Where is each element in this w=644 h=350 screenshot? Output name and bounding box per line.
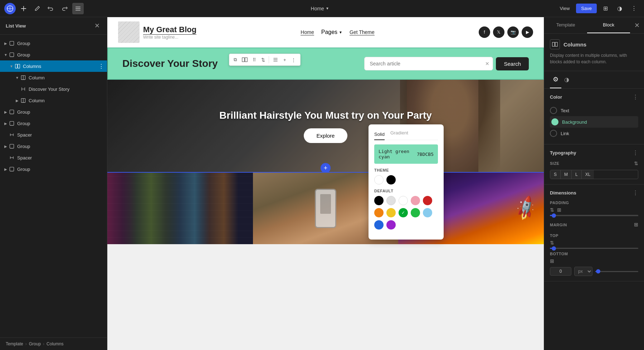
explore-button[interactable]: Explore xyxy=(304,128,348,143)
padding-slider-thumb[interactable] xyxy=(552,213,556,218)
block-more-button[interactable]: ⋮ xyxy=(289,56,298,64)
swatch-yellow[interactable] xyxy=(386,208,396,217)
contrast-button[interactable]: ◑ xyxy=(614,3,625,14)
item-options-button[interactable]: ⋮ xyxy=(98,63,104,70)
size-m-button[interactable]: M xyxy=(561,170,572,179)
swatch-green-bright[interactable] xyxy=(411,208,420,217)
tree-label: Group xyxy=(17,109,104,115)
tab-block[interactable]: Block xyxy=(587,17,630,33)
block-columns-button[interactable] xyxy=(240,55,250,64)
blog-tagline: Write site tagline... xyxy=(143,35,196,40)
breadcrumb-group[interactable]: Group xyxy=(29,341,41,346)
color-options-button[interactable]: ⋮ xyxy=(633,94,638,100)
padding-reset-button[interactable]: ⇅ xyxy=(550,207,554,213)
tree-item-group3[interactable]: ▶ Group xyxy=(0,106,107,118)
size-s-button[interactable]: S xyxy=(550,170,561,179)
swatch-red[interactable] xyxy=(423,196,432,205)
block-add-button[interactable]: + xyxy=(281,56,288,64)
swatch-orange[interactable] xyxy=(374,208,384,217)
nav-home[interactable]: Home xyxy=(301,29,314,35)
instagram-icon[interactable]: 📷 xyxy=(507,26,519,38)
breadcrumb-columns[interactable]: Columns xyxy=(47,341,63,346)
settings-gear-tab[interactable]: ⚙ xyxy=(550,71,561,88)
swatch-black[interactable] xyxy=(386,175,396,184)
bottom-slider-thumb[interactable] xyxy=(596,269,600,273)
facebook-icon[interactable]: f xyxy=(479,26,490,38)
solid-tab[interactable]: Solid xyxy=(374,130,385,140)
layout-icon-button[interactable]: ⊞ xyxy=(600,3,611,14)
bottom-value-input[interactable] xyxy=(550,267,571,276)
search-article-input[interactable] xyxy=(364,57,493,70)
tree-item-columns[interactable]: ▼ Columns ⋮ xyxy=(0,60,107,72)
nav-pages[interactable]: Pages ▼ xyxy=(321,29,342,35)
main-area: List View ✕ ▶ Group ▼ Group xyxy=(0,17,644,350)
tree-item-spacer1[interactable]: Spacer xyxy=(0,129,107,141)
bottom-slider[interactable] xyxy=(595,271,638,272)
tree-item-column2[interactable]: ▶ Column xyxy=(0,95,107,106)
add-block-between-button[interactable]: + xyxy=(321,163,331,173)
tree-item-group5[interactable]: ▶ Group xyxy=(0,141,107,152)
youtube-icon[interactable]: ▶ xyxy=(522,26,533,38)
undo-button[interactable] xyxy=(45,3,57,14)
tree-item-group4[interactable]: ▶ Group xyxy=(0,118,107,129)
swatch-purple[interactable] xyxy=(386,220,396,230)
search-submit-button[interactable]: Search xyxy=(496,57,529,70)
tree-item-column1[interactable]: ▼ Column xyxy=(0,72,107,83)
color-row-link[interactable]: Link xyxy=(550,128,638,139)
color-row-text[interactable]: Text xyxy=(550,105,638,116)
margin-link-button[interactable]: ⊞ xyxy=(634,222,638,227)
swatch-blue[interactable] xyxy=(374,220,384,230)
list-view-button[interactable] xyxy=(72,3,84,14)
padding-link-button[interactable]: ⊞ xyxy=(557,207,561,213)
tree-item-group2[interactable]: ▼ Group xyxy=(0,49,107,60)
top-adjust-button[interactable]: ⇅ xyxy=(550,240,554,246)
tree-item-group6[interactable]: ▶ Group xyxy=(0,163,107,175)
block-duplicate-button[interactable]: ⧉ xyxy=(231,55,239,64)
swatch-black-default[interactable] xyxy=(374,196,384,205)
right-sidebar-close-button[interactable]: ✕ xyxy=(630,19,644,32)
swatch-gray[interactable] xyxy=(386,196,396,205)
block-up-down-button[interactable]: ⇅ xyxy=(259,56,267,64)
wordpress-logo[interactable] xyxy=(4,3,16,14)
expand-arrow: ▶ xyxy=(3,41,9,45)
block-move-button[interactable]: ⠿ xyxy=(250,56,258,64)
block-header: Columns xyxy=(550,39,638,49)
swatch-green-check[interactable] xyxy=(399,208,408,217)
edit-button[interactable] xyxy=(31,3,43,14)
tab-template[interactable]: Template xyxy=(544,17,587,33)
bottom-adjust-button[interactable]: ⊞ xyxy=(550,258,554,264)
add-block-button[interactable] xyxy=(18,3,29,14)
swatch-pink[interactable] xyxy=(411,196,420,205)
search-clear-button[interactable]: ✕ xyxy=(485,61,489,66)
size-l-button[interactable]: L xyxy=(572,170,582,179)
sidebar-title: List View xyxy=(6,23,26,29)
redo-button[interactable] xyxy=(59,3,70,14)
top-slider-thumb[interactable] xyxy=(552,246,556,251)
gradient-tab[interactable]: Gradient xyxy=(390,130,408,137)
tree-item-spacer2[interactable]: Spacer xyxy=(0,152,107,163)
size-adjust-button[interactable]: ⇅ xyxy=(634,161,638,166)
padding-slider[interactable] xyxy=(550,215,638,216)
swatch-blue-light[interactable] xyxy=(423,208,432,217)
top-slider[interactable] xyxy=(550,248,638,249)
swatch-white-default[interactable] xyxy=(399,196,408,205)
tree-item-discover[interactable]: Discover Your Story xyxy=(0,83,107,95)
typography-options-button[interactable]: ⋮ xyxy=(633,149,638,156)
twitter-icon[interactable]: 𝕏 xyxy=(493,26,504,38)
block-align-button[interactable] xyxy=(270,55,280,64)
tree-item-group1[interactable]: ▶ Group xyxy=(0,38,107,49)
swatch-white[interactable] xyxy=(374,175,384,184)
breadcrumb-template[interactable]: Template xyxy=(6,341,23,346)
view-button[interactable]: View xyxy=(556,4,573,13)
save-button[interactable]: Save xyxy=(576,4,597,13)
size-xl-button[interactable]: XL xyxy=(582,170,594,179)
more-options-button[interactable]: ⋮ xyxy=(628,3,640,14)
nav-get-theme[interactable]: Get Theme xyxy=(350,29,375,35)
dimensions-options-button[interactable]: ⋮ xyxy=(633,189,638,196)
sidebar-close-button[interactable]: ✕ xyxy=(93,21,101,30)
size-control: SIZE ⇅ xyxy=(550,161,638,166)
settings-style-tab[interactable]: ◑ xyxy=(561,72,572,88)
color-row-background[interactable]: Background xyxy=(550,116,638,128)
page-name-button[interactable]: Home ▼ xyxy=(308,4,332,13)
bottom-unit-select[interactable]: px % em xyxy=(574,267,592,276)
